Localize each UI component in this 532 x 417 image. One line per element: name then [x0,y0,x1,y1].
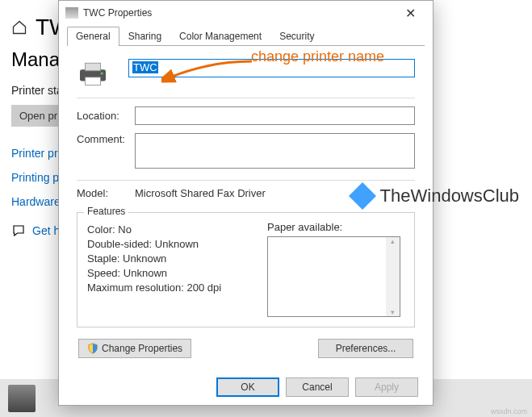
svg-rect-2 [85,77,100,85]
tab-security[interactable]: Security [270,27,323,46]
preferences-button[interactable]: Preferences... [318,339,413,358]
printer-name-value: TWC [132,61,158,73]
titlebar-printer-icon [65,7,78,19]
annotation-text: change printer name [251,48,384,65]
tab-color-management[interactable]: Color Management [170,27,270,46]
apply-button[interactable]: Apply [355,377,418,397]
ok-button[interactable]: OK [216,377,279,397]
feature-double-sided: Double-sided: Unknown [87,238,258,250]
svg-rect-1 [85,63,100,71]
tab-strip: General Sharing Color Management Securit… [59,25,433,46]
link-get-help[interactable]: Get h [32,224,60,237]
cancel-button[interactable]: Cancel [286,377,349,397]
paper-available-label: Paper available: [267,221,404,233]
paper-available-listbox[interactable]: ▴▾ [267,236,400,317]
feature-speed: Speed: Unknown [87,267,258,279]
change-properties-button[interactable]: Change Properties [78,339,191,358]
feature-color: Color: No [87,223,258,236]
taskbar-printer-icon[interactable] [8,385,36,412]
features-group: Features Color: No Double-sided: Unknown… [77,212,415,327]
svg-point-3 [101,72,103,74]
model-value: Microsoft Shared Fax Driver [135,187,266,199]
listbox-scrollbar[interactable]: ▴▾ [386,237,400,316]
model-label: Model: [77,187,135,199]
tab-sharing[interactable]: Sharing [119,27,170,46]
feature-staple: Staple: Unknown [87,252,258,265]
shield-icon [87,343,98,354]
printer-icon [77,60,109,86]
tab-general[interactable]: General [67,27,119,46]
location-label: Location: [77,110,135,122]
change-properties-label: Change Properties [102,343,182,354]
comment-input[interactable] [135,133,415,169]
open-print-queue-button[interactable]: Open pr [11,105,65,127]
source-tag: wsxdn.com [491,407,527,415]
close-button[interactable]: ✕ [394,6,426,21]
dialog-title: TWC Properties [83,7,394,19]
home-icon [11,19,27,35]
feedback-icon [11,223,26,238]
feature-max-resolution: Maximum resolution: 200 dpi [87,281,258,294]
comment-label: Comment: [77,133,135,145]
location-input[interactable] [135,106,415,125]
features-legend: Features [84,206,128,217]
